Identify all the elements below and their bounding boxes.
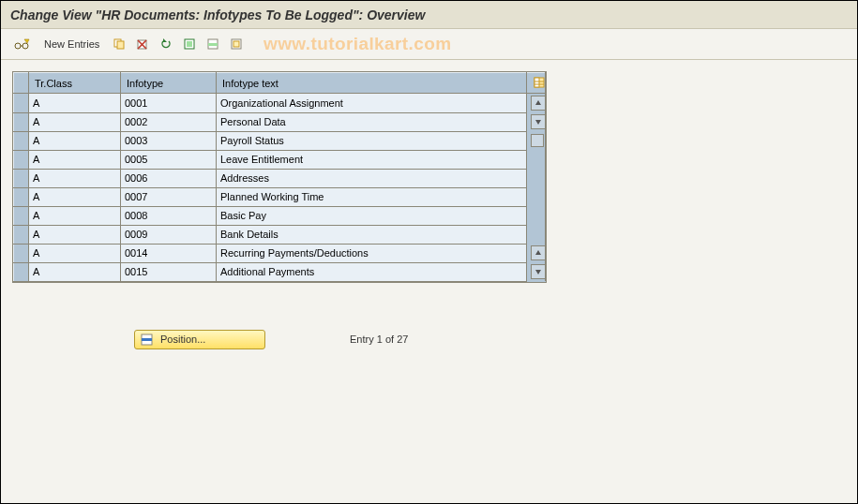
infotype-table-wrap: Tr.Class Infotype Infotype text: [12, 71, 547, 283]
svg-point-1: [23, 43, 28, 49]
chevron-down-icon: [534, 268, 542, 275]
scroll-track: [527, 150, 546, 169]
row-selector[interactable]: [14, 169, 29, 187]
cell-trclass[interactable]: A: [29, 150, 121, 169]
table-header-row: Tr.Class Infotype Infotype text: [14, 73, 546, 94]
toolbar: New Entries: [1, 29, 857, 60]
position-button[interactable]: Position...: [134, 330, 265, 349]
svg-point-0: [15, 43, 21, 49]
cell-infotype-text[interactable]: Organizational Assignment: [217, 94, 527, 113]
svg-rect-9: [187, 41, 192, 47]
chevron-up-icon: [534, 249, 542, 257]
cell-infotype[interactable]: 0008: [121, 206, 217, 225]
scroll-thumb[interactable]: [531, 134, 544, 147]
row-selector[interactable]: [14, 150, 29, 169]
chevron-down-icon: [534, 118, 542, 126]
table-row: A0003Payroll Status: [14, 131, 546, 150]
undo-icon: [159, 37, 173, 51]
table-row: A0007Planned Working Time: [14, 187, 546, 206]
col-header-trclass[interactable]: Tr.Class: [29, 73, 121, 94]
cell-trclass[interactable]: A: [29, 169, 121, 187]
select-all-button[interactable]: [179, 35, 200, 53]
table-row: A0009Bank Details: [14, 225, 546, 244]
cell-infotype[interactable]: 0006: [121, 169, 217, 187]
scroll-down-button[interactable]: [531, 114, 546, 129]
infotype-table: Tr.Class Infotype Infotype text: [13, 72, 546, 282]
footer-bar: Position... Entry 1 of 27: [134, 330, 846, 349]
page-title-text: Change View "HR Documents: Infotypes To …: [10, 7, 425, 22]
undo-change-button[interactable]: [156, 35, 176, 53]
row-selector[interactable]: [14, 187, 29, 206]
svg-rect-11: [208, 43, 218, 46]
entry-counter: Entry 1 of 27: [350, 334, 408, 345]
cell-trclass[interactable]: A: [29, 206, 121, 225]
table-row: A0008Basic Pay: [14, 206, 546, 225]
cell-infotype[interactable]: 0003: [121, 131, 217, 150]
cell-infotype[interactable]: 0007: [121, 187, 217, 206]
cell-trclass[interactable]: A: [29, 131, 121, 150]
deselect-all-icon: [230, 37, 243, 51]
cell-infotype-text[interactable]: Personal Data: [217, 112, 527, 131]
col-header-infotype-text[interactable]: Infotype text: [217, 73, 527, 94]
delete-icon: [136, 37, 149, 51]
cell-trclass[interactable]: A: [29, 187, 121, 206]
table-row: A0002Personal Data: [14, 112, 546, 131]
delete-button[interactable]: [132, 35, 153, 53]
cell-infotype-text[interactable]: Payroll Status: [217, 131, 527, 150]
cell-infotype[interactable]: 0014: [121, 244, 217, 262]
scroll-up-button[interactable]: [531, 245, 546, 260]
row-selector[interactable]: [14, 225, 29, 244]
cell-infotype-text[interactable]: Bank Details: [217, 225, 527, 244]
cell-trclass[interactable]: A: [29, 244, 121, 262]
row-selector[interactable]: [14, 112, 29, 131]
cell-infotype[interactable]: 0005: [121, 150, 217, 169]
cell-trclass[interactable]: A: [29, 112, 121, 131]
cell-infotype-text[interactable]: Planned Working Time: [217, 187, 527, 206]
cell-infotype-text[interactable]: Leave Entitlement: [217, 150, 527, 169]
scroll-track: [527, 169, 546, 187]
select-all-icon: [183, 37, 196, 51]
new-entries-label: New Entries: [44, 38, 99, 50]
scroll-up-button[interactable]: [531, 96, 546, 111]
cell-infotype[interactable]: 0001: [121, 94, 217, 113]
new-entries-button[interactable]: New Entries: [38, 36, 106, 52]
table-config-button[interactable]: [527, 73, 546, 94]
cell-infotype-text[interactable]: Recurring Payments/Deductions: [217, 244, 527, 262]
toggle-display-change-button[interactable]: [10, 35, 35, 53]
cell-trclass[interactable]: A: [29, 225, 121, 244]
chevron-up-icon: [534, 99, 542, 107]
row-selector[interactable]: [14, 94, 29, 113]
cell-infotype[interactable]: 0015: [121, 262, 217, 281]
row-selector-header[interactable]: [14, 73, 29, 94]
row-selector[interactable]: [14, 131, 29, 150]
deselect-all-button[interactable]: [226, 35, 247, 53]
row-selector[interactable]: [14, 244, 29, 262]
row-selector[interactable]: [14, 206, 29, 225]
table-row: A0001Organizational Assignment: [14, 94, 546, 113]
cell-trclass[interactable]: A: [29, 94, 121, 113]
table-row: A0006Addresses: [14, 169, 546, 187]
copy-icon: [113, 37, 126, 51]
cell-infotype-text[interactable]: Addresses: [217, 169, 527, 187]
scroll-track: [527, 225, 546, 244]
row-selector[interactable]: [14, 262, 29, 281]
page-title: Change View "HR Documents: Infotypes To …: [1, 1, 857, 29]
scroll-down-button[interactable]: [531, 264, 546, 279]
content-area: Tr.Class Infotype Infotype text: [1, 60, 857, 361]
table-row: A0015Additional Payments: [14, 262, 546, 281]
cell-infotype-text[interactable]: Basic Pay: [217, 206, 527, 225]
col-header-infotype[interactable]: Infotype: [121, 73, 217, 94]
watermark-text: www.tutorialkart.com: [263, 34, 452, 54]
svg-rect-13: [233, 41, 239, 47]
cell-trclass[interactable]: A: [29, 262, 121, 281]
svg-rect-4: [117, 41, 124, 49]
position-icon: [141, 334, 153, 346]
select-block-icon: [206, 37, 219, 51]
cell-infotype-text[interactable]: Additional Payments: [217, 262, 527, 281]
select-block-button[interactable]: [203, 35, 223, 53]
cell-infotype[interactable]: 0002: [121, 112, 217, 131]
table-row: A0005Leave Entitlement: [14, 150, 546, 169]
copy-as-button[interactable]: [109, 35, 129, 53]
cell-infotype[interactable]: 0009: [121, 225, 217, 244]
table-row: A0014Recurring Payments/Deductions: [14, 244, 546, 262]
